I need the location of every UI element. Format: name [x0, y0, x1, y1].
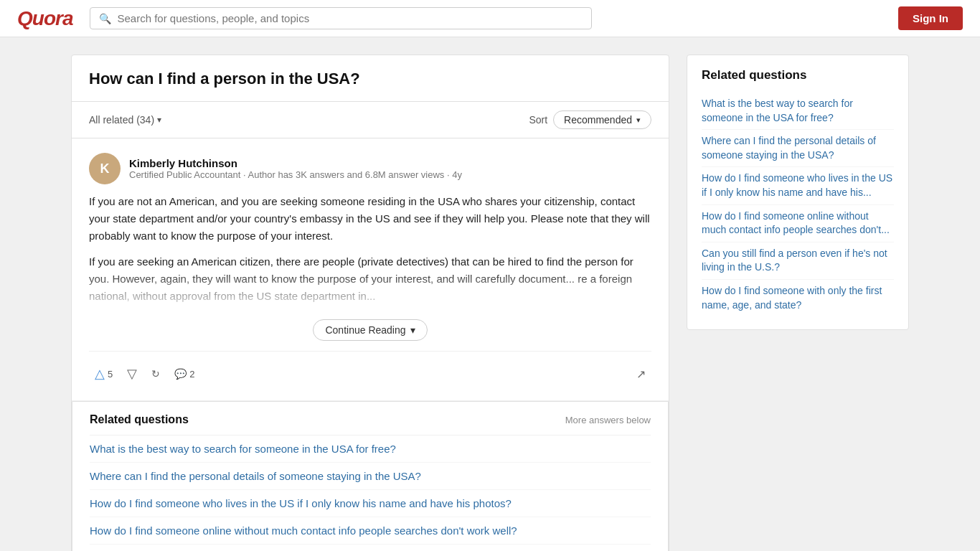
comment-count: 2: [189, 369, 194, 380]
answer-body: If you are not an American, and you are …: [89, 193, 651, 314]
sidebar-card: Related questions What is the best way t…: [687, 55, 909, 330]
signin-button[interactable]: Sign In: [898, 6, 963, 30]
sidebar-link-3[interactable]: How do I find someone who lives in the U…: [702, 167, 894, 204]
chevron-down-icon: ▾: [636, 116, 641, 125]
header: Quora 🔍 Sign In: [0, 0, 980, 37]
sidebar-link-6[interactable]: How do I find someone with only the firs…: [702, 280, 894, 316]
reshare-button[interactable]: ↻: [146, 364, 166, 384]
avatar: K: [89, 153, 121, 184]
sidebar-link-5[interactable]: Can you still find a person even if he's…: [702, 242, 894, 280]
author-meta: Certified Public Accountant · Author has…: [129, 169, 462, 180]
continue-label: Continue Reading: [325, 324, 405, 336]
related-link-5[interactable]: Can you still find a person even if he's…: [90, 545, 651, 551]
answer-paragraph-1: If you are not an American, and you are …: [89, 193, 651, 245]
comment-button[interactable]: 💬 2: [169, 364, 200, 384]
sort-value: Recommended: [564, 114, 632, 126]
upvote-button[interactable]: △ 5: [89, 362, 118, 386]
question-title: How can I find a person in the USA?: [72, 55, 669, 102]
sidebar-link-2[interactable]: Where can I find the personal details of…: [702, 130, 894, 167]
related-inline-header: Related questions More answers below: [90, 402, 651, 435]
related-link-2[interactable]: Where can I find the personal details of…: [90, 463, 651, 490]
quora-logo: Quora: [17, 7, 72, 30]
comment-icon: 💬: [174, 368, 187, 380]
search-input[interactable]: [117, 12, 583, 24]
share-button[interactable]: ↗: [631, 363, 651, 385]
answer-block: K Kimberly Hutchinson Certified Public A…: [72, 138, 669, 401]
reshare-icon: ↻: [151, 368, 160, 380]
filter-bar: All related (34) ▾ Sort Recommended ▾: [72, 102, 669, 138]
answer-fade: [89, 270, 651, 314]
chevron-down-icon: ▾: [410, 324, 415, 336]
continue-reading-wrap: Continue Reading ▾: [89, 319, 651, 341]
author-info: Kimberly Hutchinson Certified Public Acc…: [129, 157, 462, 180]
chevron-down-icon: ▾: [157, 115, 161, 125]
downvote-button[interactable]: ▽: [121, 362, 143, 386]
related-inline: Related questions More answers below Wha…: [72, 401, 669, 551]
page-container: How can I find a person in the USA? All …: [60, 37, 920, 551]
upvote-count: 5: [108, 369, 113, 380]
question-card: How can I find a person in the USA? All …: [71, 55, 669, 551]
upvote-icon: △: [95, 366, 105, 382]
related-link-1[interactable]: What is the best way to search for someo…: [90, 435, 651, 463]
sort-button[interactable]: Recommended ▾: [553, 110, 651, 129]
sidebar-title: Related questions: [702, 68, 894, 83]
author-name[interactable]: Kimberly Hutchinson: [129, 157, 462, 169]
downvote-icon: ▽: [127, 366, 137, 382]
answer-actions: △ 5 ▽ ↻ 💬 2 ↗: [89, 351, 651, 386]
avatar-initial: K: [100, 161, 110, 176]
continue-reading-button[interactable]: Continue Reading ▾: [313, 319, 427, 341]
sidebar: Related questions What is the best way t…: [687, 55, 909, 330]
share-icon: ↗: [636, 367, 646, 381]
author-row: K Kimberly Hutchinson Certified Public A…: [89, 153, 651, 184]
related-link-3[interactable]: How do I find someone who lives in the U…: [90, 490, 651, 517]
related-link-4[interactable]: How do I find someone online without muc…: [90, 517, 651, 545]
sidebar-link-1[interactable]: What is the best way to search for someo…: [702, 93, 894, 130]
sort-label: Sort: [529, 114, 547, 126]
main-content: How can I find a person in the USA? All …: [71, 55, 669, 551]
related-inline-title: Related questions: [90, 413, 189, 426]
more-answers-label: More answers below: [565, 415, 651, 425]
search-bar[interactable]: 🔍: [90, 7, 592, 29]
sidebar-link-4[interactable]: How do I find someone online without muc…: [702, 205, 894, 242]
filter-label: All related (34): [89, 114, 154, 126]
filter-all-related[interactable]: All related (34) ▾: [89, 114, 161, 126]
search-icon: 🔍: [99, 13, 111, 24]
